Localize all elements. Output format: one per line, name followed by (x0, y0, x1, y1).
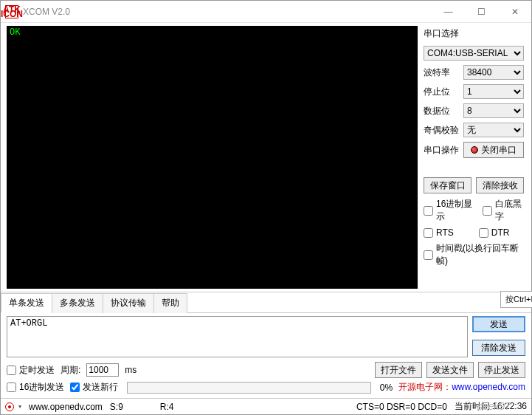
clear-send-button[interactable]: 清除发送 (472, 340, 525, 356)
timestamp-checkbox[interactable] (424, 250, 433, 260)
window-title: XCOM V2.0 (23, 7, 432, 17)
status-bar: ▾ www.openedv.com S:9 R:4 CTS=0 DSR=0 DC… (1, 398, 531, 414)
close-button[interactable]: ✕ (498, 1, 531, 22)
parity-select[interactable]: 无 (463, 123, 524, 137)
databit-select[interactable]: 8 (463, 103, 524, 118)
period-unit: ms (125, 365, 137, 375)
serial-settings-panel: 串口选择 COM4:USB-SERIAL 波特率 38400 停止位 1 数据位… (421, 23, 531, 292)
tab-protocol[interactable]: 协议传输 (103, 293, 154, 313)
status-url[interactable]: www.openedv.com (29, 402, 103, 412)
dtr-checkbox[interactable] (479, 228, 488, 238)
status-recv: R:4 (160, 402, 174, 412)
receive-console[interactable]: OK (7, 26, 418, 289)
port-status-icon (471, 146, 478, 154)
rts-checkbox[interactable] (424, 228, 433, 238)
port-select[interactable]: COM4:USB-SERIAL (424, 46, 524, 61)
send-tabs-area: 单条发送 多条发送 协议传输 帮助 按Ctrl+En AT+ORGL 发送 清除… (1, 292, 531, 398)
progress-bar (127, 382, 370, 394)
send-file-button[interactable]: 发送文件 (426, 362, 474, 378)
shortcut-hint: 按Ctrl+En (500, 291, 532, 308)
hex-send-checkbox[interactable] (7, 383, 16, 392)
port-section-label: 串口选择 (424, 27, 524, 40)
tab-help[interactable]: 帮助 (153, 293, 187, 313)
send-button[interactable]: 发送 (472, 316, 525, 332)
app-window: ATKICON XCOM V2.0 — ☐ ✕ OK 串口选择 COM4:USB… (0, 0, 532, 415)
open-file-button[interactable]: 打开文件 (375, 362, 422, 378)
save-window-button[interactable]: 保存窗口 (424, 177, 471, 193)
app-icon: ATKICON (5, 5, 18, 18)
databit-label: 数据位 (424, 105, 460, 117)
record-icon[interactable] (5, 402, 14, 411)
period-input[interactable] (86, 363, 119, 377)
minimize-button[interactable]: — (432, 1, 465, 22)
tab-single-send[interactable]: 单条发送 (1, 293, 52, 313)
baud-select[interactable]: 38400 (463, 65, 524, 80)
stop-send-button[interactable]: 停止发送 (478, 362, 525, 378)
dropdown-icon[interactable]: ▾ (18, 403, 21, 410)
send-newline-checkbox[interactable] (70, 383, 80, 392)
maximize-button[interactable]: ☐ (465, 1, 498, 22)
progress-percent: 0% (380, 383, 393, 393)
stopbit-label: 停止位 (424, 86, 460, 98)
hex-display-checkbox[interactable] (424, 206, 433, 216)
parity-label: 奇偶校验 (424, 124, 460, 137)
port-op-label: 串口操作 (424, 144, 459, 157)
titlebar: ATKICON XCOM V2.0 — ☐ ✕ (1, 1, 531, 23)
period-label: 周期: (61, 364, 80, 377)
stopbit-select[interactable]: 1 (463, 84, 524, 99)
send-textarea[interactable]: AT+ORGL (7, 316, 468, 357)
status-time: 当前时间 16:22:36 (455, 400, 527, 413)
status-lines: CTS=0 DSR=0 DCD=0 (356, 402, 447, 412)
status-sent: S:9 (110, 402, 123, 412)
white-black-checkbox[interactable] (483, 206, 492, 216)
close-port-button[interactable]: 关闭串口 (463, 142, 524, 158)
tab-multi-send[interactable]: 多条发送 (52, 293, 103, 313)
baud-label: 波特率 (424, 66, 460, 79)
timed-send-checkbox[interactable] (7, 366, 16, 375)
website-link[interactable]: 开源电子网：www.openedv.com (398, 381, 525, 394)
clear-receive-button[interactable]: 清除接收 (476, 177, 524, 193)
